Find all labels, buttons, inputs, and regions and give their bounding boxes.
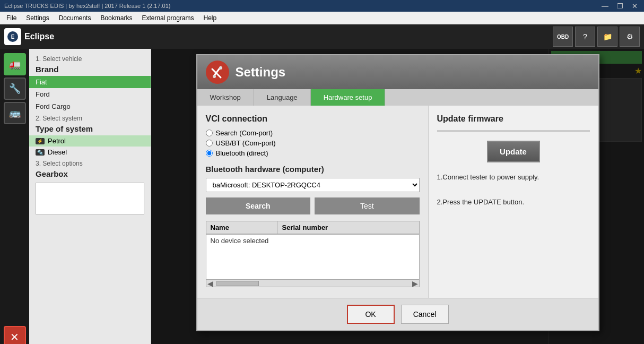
select-system-label: 2. Select system xyxy=(29,113,151,123)
menu-bookmarks[interactable]: Bookmarks xyxy=(96,13,136,23)
scrollbar-thumb[interactable] xyxy=(216,281,259,286)
brand-ford[interactable]: Ford xyxy=(29,88,151,100)
petrol-label: Petrol xyxy=(48,137,66,145)
test-button[interactable]: Test xyxy=(315,197,420,214)
cancel-button[interactable]: Cancel xyxy=(401,305,449,324)
svg-text:E: E xyxy=(11,34,15,40)
svg-point-4 xyxy=(219,66,222,70)
modal-footer: OK Cancel xyxy=(197,298,598,330)
gearbox-label: Gearbox xyxy=(29,168,151,180)
modal-right-section: Update firmware Update 1.Connect tester … xyxy=(429,106,598,298)
minimize-button[interactable]: — xyxy=(599,2,611,10)
exit-button[interactable]: ✕ xyxy=(4,326,26,344)
exit-icon: ✕ xyxy=(10,331,19,343)
left-nav: 🚛 🔧 🚌 ✕ xyxy=(0,49,29,344)
settings-modal: Settings Workshop Language Hardware setu… xyxy=(196,54,599,331)
radio-usb-label: USB/BT (Com-port) xyxy=(216,139,276,147)
content-area: ★ Settings xyxy=(151,49,644,344)
brand-label: Brand xyxy=(29,64,151,76)
radio-search-input[interactable] xyxy=(206,130,213,136)
tab-workshop[interactable]: Workshop xyxy=(197,89,254,106)
device-list-area: No device selected ◀ ▶ xyxy=(206,234,420,287)
menu-bar: File Settings Documents Bookmarks Extern… xyxy=(0,12,644,24)
menu-external[interactable]: External programs xyxy=(137,13,198,23)
settings-button[interactable]: ⚙ xyxy=(620,27,640,47)
window-controls: — ❐ ✕ xyxy=(599,2,640,10)
menu-file[interactable]: File xyxy=(2,13,21,23)
settings-icon xyxy=(206,61,229,84)
help-icon: ? xyxy=(583,32,587,41)
select-vehicle-label: 1. Select vehicle xyxy=(29,53,151,64)
search-button[interactable]: Search xyxy=(206,197,311,214)
radio-group: Search (Com-port) USB/BT (Com-port) Blue… xyxy=(206,129,420,157)
action-buttons-row: Search Test xyxy=(206,197,420,214)
obd-icon-button[interactable]: OBD xyxy=(553,27,573,47)
no-device-text: No device selected xyxy=(206,235,419,247)
radio-usb[interactable]: USB/BT (Com-port) xyxy=(206,139,420,147)
update-button[interactable]: Update xyxy=(487,141,540,162)
svg-point-5 xyxy=(213,75,216,78)
modal-overlay: Settings Workshop Language Hardware setu… xyxy=(151,49,644,344)
app-title: Eclipse TRUCKS EDIS | by hex2stuff | 201… xyxy=(4,3,170,9)
sidebar: 1. Select vehicle Brand Fiat Ford Ford C… xyxy=(29,49,151,344)
scroll-right-btn[interactable]: ▶ xyxy=(411,279,419,288)
tab-language[interactable]: Language xyxy=(254,89,311,106)
modal-left-section: VCI connection Search (Com-port) USB/BT … xyxy=(197,106,429,298)
title-bar: Eclipse TRUCKS EDIS | by hex2stuff | 201… xyxy=(0,0,644,12)
logo-icon: E xyxy=(4,28,21,45)
main-layout: 🚛 🔧 🚌 ✕ 1. Select vehicle Brand Fiat For… xyxy=(0,49,644,344)
radio-usb-input[interactable] xyxy=(206,140,213,147)
select-options-label: 3. Select options xyxy=(29,158,151,168)
logo-area: E Eclipse xyxy=(4,28,54,45)
modal-title: Settings xyxy=(236,65,286,80)
modal-header: Settings xyxy=(197,55,598,89)
close-button[interactable]: ✕ xyxy=(630,2,640,10)
bluetooth-device-select[interactable]: baMicrosoft: DESKTOP-2RGQCC4 xyxy=(206,178,420,192)
petrol-icon: ⚡ xyxy=(36,138,45,144)
radio-bluetooth-label: Bluetooth (direct) xyxy=(216,149,268,157)
vci-section-title: VCI connection xyxy=(206,114,420,124)
top-bar: E Eclipse OBD ? 📁 ⚙ xyxy=(0,24,644,49)
radio-bluetooth[interactable]: Bluetooth (direct) xyxy=(206,149,420,157)
device-table: Name Serial number xyxy=(206,221,420,234)
radio-search-label: Search (Com-port) xyxy=(216,129,273,137)
bus-icon: 🚌 xyxy=(9,107,21,119)
bluetooth-section-title: Bluetooth hardware (computer) xyxy=(206,165,420,174)
help-button[interactable]: ? xyxy=(575,27,595,47)
modal-body: VCI connection Search (Com-port) USB/BT … xyxy=(197,106,598,298)
menu-documents[interactable]: Documents xyxy=(55,13,95,23)
nav-vehicle-button[interactable]: 🚛 xyxy=(4,53,26,75)
instruction-1: 1.Connect tester to power supply. xyxy=(437,171,590,183)
files-button[interactable]: 📁 xyxy=(597,27,617,47)
system-diesel[interactable]: 🔩 Diesel xyxy=(29,147,151,158)
top-right-icons: OBD ? 📁 ⚙ xyxy=(553,27,640,47)
tab-hardware-setup[interactable]: Hardware setup xyxy=(311,89,386,106)
brand-ford-cargo[interactable]: Ford Cargo xyxy=(29,100,151,113)
ok-button[interactable]: OK xyxy=(347,305,395,324)
update-instructions: 1.Connect tester to power supply. 2.Pres… xyxy=(437,171,590,208)
menu-settings[interactable]: Settings xyxy=(22,13,53,23)
restore-button[interactable]: ❐ xyxy=(615,2,625,10)
modal-tabs: Workshop Language Hardware setup xyxy=(197,89,598,106)
diesel-label: Diesel xyxy=(48,148,67,156)
horizontal-scrollbar[interactable]: ◀ ▶ xyxy=(206,279,419,287)
radio-bluetooth-input[interactable] xyxy=(206,150,213,157)
system-petrol[interactable]: ⚡ Petrol xyxy=(29,135,151,147)
gear-icon: ⚙ xyxy=(626,32,633,41)
nav-diagnostics-button[interactable]: 🔧 xyxy=(4,78,26,100)
radio-search[interactable]: Search (Com-port) xyxy=(206,129,420,137)
gearbox-options-area xyxy=(36,183,144,214)
instruction-2: 2.Press the UPDATE button. xyxy=(437,196,590,208)
nav-bus-button[interactable]: 🚌 xyxy=(4,102,26,124)
col-name: Name xyxy=(206,221,277,234)
diesel-icon: 🔩 xyxy=(36,149,45,156)
logo-text: Eclipse xyxy=(24,32,54,41)
col-serial: Serial number xyxy=(277,221,419,234)
wrench-icon: 🔧 xyxy=(9,83,21,94)
menu-help[interactable]: Help xyxy=(199,13,221,23)
scroll-left-btn[interactable]: ◀ xyxy=(206,279,214,288)
files-icon: 📁 xyxy=(603,32,612,41)
truck-icon: 🚛 xyxy=(9,58,21,70)
update-section-title: Update firmware xyxy=(437,114,590,124)
brand-fiat[interactable]: Fiat xyxy=(29,76,151,88)
